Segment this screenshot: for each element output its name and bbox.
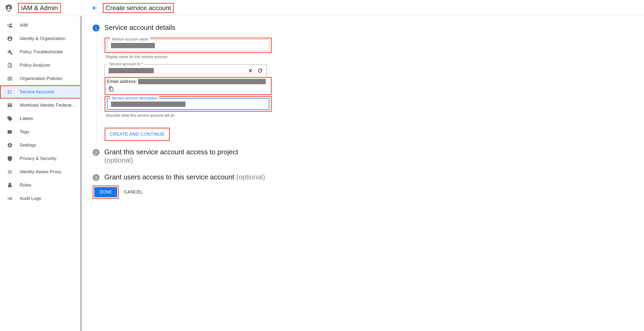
sidebar-nav: IAM Identity & Organization Policy Troub… [0,16,82,205]
sidebar-label: Tags [20,129,29,135]
sidebar-item-labels[interactable]: Labels [0,112,82,125]
done-button[interactable]: DONE [94,187,117,197]
workload-icon [7,102,13,108]
email-label: Email address: [107,79,137,84]
sidebar-item-tags[interactable]: Tags [0,125,82,139]
sidebar-item-audit-logs[interactable]: Audit Logs [0,192,82,205]
back-button[interactable] [89,3,100,13]
list-box-icon [7,76,13,82]
sidebar-label: Service Accounts [20,89,54,95]
sidebar-item-organization-policies[interactable]: Organization Policies [0,72,82,85]
copy-email-icon[interactable] [109,86,269,92]
sidebar-label: IAM [20,23,28,28]
id-field-label: Service account ID * [108,62,145,66]
highlight-description-field: Service account description [105,96,272,112]
step-3-header[interactable]: 3 Grant users access to this service acc… [93,173,644,181]
step-1-badge: 1 [93,25,100,31]
person-add-icon [7,22,13,28]
person-circle-icon [7,36,13,42]
audit-logs-icon [7,196,13,201]
sidebar-item-privacy-security[interactable]: Privacy & Security [0,152,82,165]
cancel-button[interactable]: CANCEL [124,189,143,195]
step-2-header[interactable]: 2 Grant this service account access to p… [93,148,644,164]
name-field-label: Service account name [110,37,150,41]
sidebar-label: Policy Troubleshooter [20,49,63,55]
gear-icon [7,142,13,148]
sidebar-item-identity-organization[interactable]: Identity & Organization [0,32,82,45]
step-1-header: 1 Service account details [93,23,644,32]
highlight-done-button: DONE [93,185,119,199]
policy-analyzer-icon [7,62,13,68]
desc-field-value-redacted [111,102,185,107]
name-field-value-redacted [111,43,155,48]
name-field-helper: Display name for this service account [106,55,644,59]
sidebar-label: Settings [20,143,36,148]
tag-icon [7,116,13,122]
sidebar-label: Organization Policies [20,76,62,81]
service-account-icon [7,89,13,95]
highlight-name-field: Service account name [105,38,272,53]
main: Create service account 1 Service account… [82,0,644,331]
step-1-title: Service account details [104,23,175,32]
step-2-body [96,167,644,173]
step-3-title-text: Grant users access to this service accou… [104,173,236,181]
service-account-description-field[interactable]: Service account description [107,98,269,110]
copy-row [109,86,269,92]
sidebar-item-workload-identity-federation[interactable]: Workload Identity Federat… [0,99,82,112]
sidebar-label: Labels [20,116,33,121]
sidebar-title: IAM & Admin [21,4,58,11]
sidebar-item-service-accounts[interactable]: Service Accounts [0,85,82,99]
sidebar-item-policy-troubleshooter[interactable]: Policy Troubleshooter [0,45,82,59]
step-2-optional: (optional) [104,156,133,164]
sidebar-label: Privacy & Security [20,156,56,161]
sidebar: IAM & Admin IAM Identity & Organization … [0,0,82,331]
sidebar-label: Policy Analyzer [20,63,50,68]
sidebar-label: Identity & Organization [20,36,65,41]
tags-icon [7,129,13,135]
shield-icon [7,156,13,162]
sidebar-label: Audit Logs [20,196,41,201]
id-field-value-redacted [109,68,154,73]
email-value-redacted [138,79,266,84]
service-account-id-field[interactable]: Service account ID * [105,64,267,76]
step-2-title-text: Grant this service account access to pro… [104,148,238,156]
step-1-body: Service account name Display name for th… [96,34,644,148]
highlight-create-button: CREATE AND CONTINUE [105,128,170,141]
bottom-actions: DONE CANCEL [93,185,644,199]
main-header: Create service account [82,0,644,16]
sidebar-label: Roles [20,183,31,188]
page-title: Create service account [106,4,171,11]
sidebar-label: Workload Identity Federat… [20,103,76,108]
iap-icon [7,169,13,175]
iam-admin-product-icon [5,4,13,12]
wrench-icon [7,49,13,55]
highlight-sidebar-title: IAM & Admin [18,3,61,13]
sidebar-item-iam[interactable]: IAM [0,19,82,32]
step-3-badge: 3 [93,174,100,181]
sidebar-item-policy-analyzer[interactable]: Policy Analyzer [0,59,82,72]
create-and-continue-button[interactable]: CREATE AND CONTINUE [106,129,168,140]
sidebar-header: IAM & Admin [0,0,82,16]
sidebar-item-roles[interactable]: Roles [0,179,82,192]
sidebar-label: Identity-Aware Proxy [20,169,61,175]
clear-id-icon[interactable] [247,68,253,74]
step-2-title: Grant this service account access to pro… [104,148,238,164]
desc-field-label: Service account description [110,96,159,100]
highlight-email-block: Email address: [105,77,272,95]
sidebar-item-settings[interactable]: Settings [0,139,82,152]
regenerate-id-icon[interactable] [257,68,263,74]
step-2-badge: 2 [93,149,100,156]
service-account-name-field[interactable]: Service account name [107,39,269,51]
highlight-page-title: Create service account [103,3,174,13]
step-3-title: Grant users access to this service accou… [104,173,265,181]
email-row: Email address: [107,79,269,84]
desc-field-helper: Describe what this service account will … [106,113,644,118]
content: 1 Service account details Service accoun… [82,16,644,331]
id-field-wrap: Service account ID * [105,64,644,76]
step-3-optional: (optional) [236,173,265,181]
roles-icon [7,182,13,188]
sidebar-item-identity-aware-proxy[interactable]: Identity-Aware Proxy [0,165,82,179]
